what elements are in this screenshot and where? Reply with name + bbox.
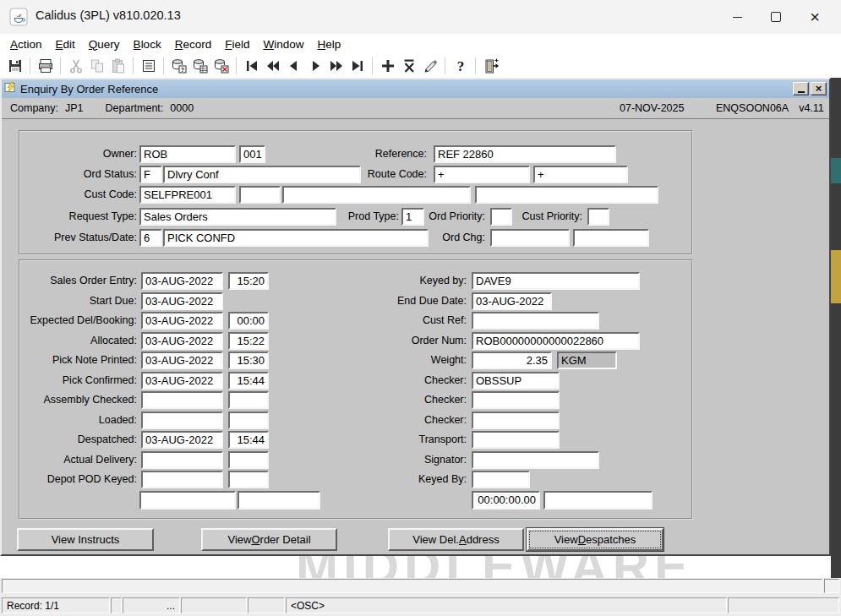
last-record-icon[interactable] <box>347 56 368 76</box>
inner-minimize-button[interactable] <box>793 82 809 95</box>
keyed-by-2-field[interactable] <box>472 471 530 488</box>
despatched-time-field[interactable]: 15:44 <box>228 431 269 449</box>
cust-code-field[interactable]: SELFPRE001 <box>139 186 236 204</box>
expected-del-time-field[interactable]: 00:00 <box>228 312 269 330</box>
menu-query[interactable]: Query <box>82 36 127 52</box>
help-icon[interactable]: ? <box>450 56 471 76</box>
allocated-time-field[interactable]: 15:22 <box>228 332 269 350</box>
request-type-field[interactable]: Sales Orders <box>139 208 336 226</box>
cust-priority-field[interactable] <box>587 208 609 226</box>
depot-pod-keyed-date-field[interactable] <box>141 471 223 488</box>
menu-block[interactable]: Block <box>127 36 168 52</box>
pick-note-printed-date-field[interactable]: 03-AUG-2022 <box>141 352 223 369</box>
save-icon[interactable] <box>4 56 25 76</box>
edit-icon[interactable] <box>138 56 159 76</box>
enquiry-window-titlebar[interactable]: Enquiry By Order Reference × <box>2 79 829 98</box>
execute-query-icon[interactable] <box>189 56 210 76</box>
assembly-checked-time-field[interactable] <box>228 391 269 409</box>
cust-code-3-field[interactable] <box>282 186 471 204</box>
cust-name-field[interactable] <box>475 186 658 204</box>
menu-record[interactable]: Record <box>168 36 219 52</box>
depot-pod-keyed-time-field[interactable] <box>228 471 269 488</box>
prev-status-desc-field[interactable]: PICK CONFD <box>163 229 429 247</box>
order-num-label: Order Num: <box>348 334 467 347</box>
route-code-1-field[interactable]: + <box>434 166 530 183</box>
weight-field[interactable]: 2.35 <box>472 352 552 369</box>
next-record-icon[interactable] <box>304 56 325 76</box>
menu-action[interactable]: Action <box>3 36 49 52</box>
extra-right-field[interactable] <box>543 491 653 510</box>
toolbar-separator <box>30 57 30 74</box>
extra-left-field-2[interactable] <box>238 491 320 510</box>
menu-help[interactable]: Help <box>310 36 347 52</box>
cust-code-label: Cust Code: <box>10 188 137 201</box>
toolbar-separator <box>236 57 237 74</box>
view-instructs-button[interactable]: View Instructs <box>17 528 154 551</box>
expected-del-date-field[interactable]: 03-AUG-2022 <box>141 312 223 330</box>
expected-del-label: Expected Del/Booking: <box>12 313 137 327</box>
cust-code-2-field[interactable] <box>239 186 281 204</box>
enter-query-icon[interactable]: ? <box>168 56 189 76</box>
lock-record-icon[interactable] <box>419 56 440 76</box>
loaded-date-field[interactable] <box>141 412 223 429</box>
ord-priority-label: Ord Priority: <box>409 210 485 223</box>
despatched-label: Despatched: <box>12 433 137 446</box>
exit-icon[interactable] <box>480 56 501 76</box>
view-order-detail-button[interactable]: View Order Detail <box>201 528 337 551</box>
minimize-button[interactable] <box>718 0 756 34</box>
keyed-by-field[interactable]: DAVE9 <box>472 272 640 290</box>
toolbar: ? <box>0 54 841 78</box>
end-due-date-field[interactable]: 03-AUG-2022 <box>472 292 552 310</box>
inner-close-button[interactable]: × <box>811 82 827 95</box>
actual-delivery-time-field[interactable] <box>228 451 269 469</box>
first-record-icon[interactable] <box>241 56 262 76</box>
assembly-checked-date-field[interactable] <box>141 391 223 409</box>
despatched-date-field[interactable]: 03-AUG-2022 <box>141 431 223 449</box>
prev-status-code-field[interactable]: 6 <box>139 229 162 247</box>
menu-field[interactable]: Field <box>218 36 256 52</box>
loaded-time-field[interactable] <box>228 412 269 429</box>
transport-field[interactable] <box>472 431 560 449</box>
sales-order-entry-date-field[interactable]: 03-AUG-2022 <box>141 272 223 290</box>
ord-chg-2-field[interactable] <box>573 229 649 247</box>
ord-chg-label: Ord Chg: <box>409 231 485 244</box>
checker-3-field[interactable] <box>472 412 560 429</box>
print-icon[interactable] <box>35 56 56 76</box>
ord-status-code-field[interactable]: F <box>139 166 162 183</box>
previous-block-icon[interactable] <box>262 56 283 76</box>
maximize-button[interactable] <box>756 0 795 34</box>
view-del-address-button[interactable]: View Del. Address <box>388 528 524 551</box>
assembly-checked-label: Assembly Checked: <box>12 393 137 406</box>
remove-record-icon[interactable] <box>398 56 419 76</box>
pick-confirmed-date-field[interactable]: 03-AUG-2022 <box>141 372 223 390</box>
menu-window[interactable]: Window <box>256 36 310 52</box>
reference-field[interactable]: REF 22860 <box>434 145 616 163</box>
signator-field[interactable] <box>472 451 599 469</box>
start-due-date-field[interactable]: 03-AUG-2022 <box>141 292 223 310</box>
owner-suffix-field[interactable]: 001 <box>239 145 265 163</box>
cancel-query-icon[interactable] <box>210 56 232 76</box>
view-despatches-button[interactable]: View Despatches <box>527 528 664 551</box>
allocated-date-field[interactable]: 03-AUG-2022 <box>141 332 223 350</box>
actual-delivery-date-field[interactable] <box>141 451 223 469</box>
checker-1-field[interactable]: OBSSUP <box>472 372 560 390</box>
reference-label: Reference: <box>336 147 427 161</box>
pick-confirmed-time-field[interactable]: 15:44 <box>228 372 269 390</box>
close-button[interactable]: × <box>795 0 834 34</box>
ord-chg-1-field[interactable] <box>490 229 570 247</box>
owner-label: Owner: <box>10 147 137 161</box>
order-num-field[interactable]: ROB00000000000022860 <box>472 332 640 350</box>
menu-edit[interactable]: Edit <box>49 36 82 52</box>
cust-ref-field[interactable] <box>472 312 599 330</box>
checker-2-field[interactable] <box>472 391 560 409</box>
owner-field[interactable]: ROB <box>139 145 236 163</box>
previous-record-icon[interactable] <box>283 56 304 76</box>
pod-time-field[interactable]: 00:00:00.00 <box>472 491 540 510</box>
next-block-icon[interactable] <box>325 56 347 76</box>
route-code-2-field[interactable]: + <box>533 166 628 183</box>
insert-record-icon[interactable] <box>377 56 398 76</box>
ord-status-desc-field[interactable]: Dlvry Conf <box>163 166 361 183</box>
pick-note-printed-time-field[interactable]: 15:30 <box>228 352 269 369</box>
sales-order-entry-time-field[interactable]: 15:20 <box>228 272 269 290</box>
extra-left-field-1[interactable] <box>139 491 236 510</box>
